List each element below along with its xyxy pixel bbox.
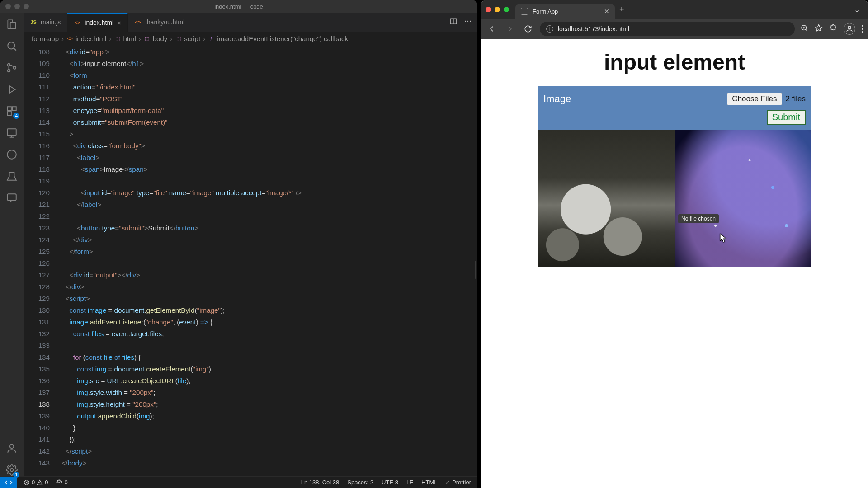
address-bar[interactable]: i localhost:5173/index.html [540, 22, 795, 36]
editor-tabs: JS main.js <> index.html × <> thankyou.h… [24, 13, 477, 32]
svg-point-0 [8, 42, 14, 49]
html-file-icon: <> [74, 19, 81, 26]
line-number-gutter: 1081091101111121131141151161171181191201… [24, 45, 58, 476]
tooltip: No file chosen [678, 214, 719, 223]
forward-button[interactable] [504, 23, 516, 35]
language-mode[interactable]: HTML [421, 479, 437, 486]
accounts-icon[interactable] [5, 442, 18, 455]
chrome-menu-icon[interactable] [862, 25, 863, 33]
tab-thankyou-html[interactable]: <> thankyou.html [128, 13, 191, 32]
encoding[interactable]: UTF-8 [382, 479, 398, 486]
breadcrumb-item: ⬚html [114, 35, 136, 42]
tab-search-icon[interactable]: ⌄ [850, 5, 863, 14]
output-container: No file chosen [538, 130, 811, 267]
chrome-window: Form App ✕ + ⌄ i localhost:5173/index.ht… [481, 0, 868, 488]
choose-files-button[interactable]: Choose Files [727, 93, 782, 105]
tab-label: index.html [85, 19, 113, 26]
submit-button[interactable]: Submit [767, 110, 806, 125]
testing-icon[interactable] [5, 148, 18, 161]
page-viewport[interactable]: input element Image Choose Files 2 files… [481, 39, 868, 488]
svg-rect-9 [7, 194, 16, 200]
svg-point-19 [848, 26, 851, 29]
svg-rect-4 [7, 107, 11, 111]
breadcrumb-item: ƒimage.addEventListener("change") callba… [208, 35, 348, 42]
close-tab-icon[interactable]: × [117, 19, 121, 27]
svg-point-1 [8, 64, 10, 66]
back-button[interactable] [486, 23, 498, 35]
database-icon[interactable] [5, 170, 18, 183]
extensions-badge: 4 [13, 113, 19, 119]
explorer-icon[interactable] [5, 18, 18, 31]
image-label: Image [543, 93, 571, 105]
remote-indicator[interactable] [0, 477, 17, 488]
remote-explorer-icon[interactable] [5, 127, 18, 139]
reload-button[interactable] [522, 23, 534, 35]
ports-indicator[interactable]: 0 [54, 479, 69, 486]
tab-label: thankyou.html [145, 19, 184, 26]
tab-main-js[interactable]: JS main.js [24, 13, 67, 32]
code-content[interactable]: <div id="app"> <h1>input element</h1> <f… [58, 45, 477, 476]
mouse-cursor-icon [720, 233, 727, 243]
svg-point-15 [470, 21, 471, 22]
file-count-text: 2 files [786, 94, 806, 103]
page-heading: input element [604, 50, 745, 75]
svg-rect-7 [7, 129, 16, 135]
source-control-icon[interactable] [5, 61, 18, 74]
eol[interactable]: LF [406, 479, 413, 486]
svg-point-8 [7, 150, 16, 159]
bookmark-star-icon[interactable] [815, 24, 823, 34]
status-bar: 0 0 0 Ln 138, Col 38 Spaces: 2 UTF-8 LF … [0, 476, 477, 488]
run-debug-icon[interactable] [5, 83, 18, 96]
tab-label: main.js [41, 19, 61, 26]
profile-avatar-icon[interactable] [844, 23, 855, 35]
form-body: Image Choose Files 2 files Submit [538, 86, 811, 130]
breadcrumbs[interactable]: form-app › <>index.html › ⬚html › ⬚body … [24, 32, 477, 45]
extensions-puzzle-icon[interactable] [829, 24, 837, 34]
comment-icon[interactable] [5, 192, 18, 204]
browser-tab[interactable]: Form App ✕ [515, 4, 615, 19]
tab-title: Form App [533, 8, 599, 15]
code-editor[interactable]: 1081091101111121131141151161171181191201… [24, 45, 477, 476]
breadcrumb-item: <>index.html [66, 35, 106, 42]
window-controls[interactable] [486, 7, 509, 12]
html-file-icon: <> [134, 19, 142, 26]
preview-image [538, 130, 675, 267]
extensions-icon[interactable]: 4 [5, 105, 18, 117]
svg-point-17 [59, 482, 60, 483]
indentation[interactable]: Spaces: 2 [347, 479, 373, 486]
vscode-titlebar: index.html — code [0, 0, 477, 13]
close-tab-icon[interactable]: ✕ [604, 8, 609, 15]
svg-point-11 [10, 469, 14, 472]
vscode-window: index.html — code 4 1 JS [0, 0, 477, 488]
window-title: index.html — code [214, 3, 263, 10]
settings-gear-icon[interactable]: 1 [5, 464, 18, 476]
site-info-icon[interactable]: i [546, 25, 553, 33]
js-file-icon: JS [30, 19, 37, 26]
formatter[interactable]: ✓ Prettier [445, 479, 471, 486]
split-editor-icon[interactable] [449, 17, 458, 27]
minimap-indicator[interactable] [475, 261, 476, 279]
svg-rect-6 [7, 112, 11, 116]
window-controls[interactable] [5, 4, 29, 9]
breadcrumb-item: form-app [32, 35, 59, 42]
new-tab-button[interactable]: + [615, 5, 629, 14]
zoom-icon[interactable] [800, 24, 808, 34]
svg-point-10 [10, 444, 14, 448]
more-actions-icon[interactable] [464, 17, 472, 27]
url-text: localhost:5173/index.html [558, 25, 629, 33]
breadcrumb-item: ⬚body [144, 35, 168, 42]
activity-bar: 4 1 [0, 13, 24, 476]
favicon-icon [521, 8, 528, 15]
editor-actions [444, 13, 477, 32]
preview-image: No file chosen [675, 130, 811, 267]
svg-point-2 [8, 70, 10, 72]
breadcrumb-item: ⬚script [175, 35, 200, 42]
svg-rect-5 [12, 107, 16, 111]
svg-point-14 [467, 21, 468, 22]
search-icon[interactable] [5, 40, 18, 52]
problems-indicator[interactable]: 0 0 [22, 479, 50, 486]
cursor-position[interactable]: Ln 138, Col 38 [301, 479, 340, 486]
tab-index-html[interactable]: <> index.html × [67, 13, 128, 32]
chrome-toolbar: i localhost:5173/index.html [481, 19, 868, 39]
svg-point-13 [465, 21, 466, 22]
